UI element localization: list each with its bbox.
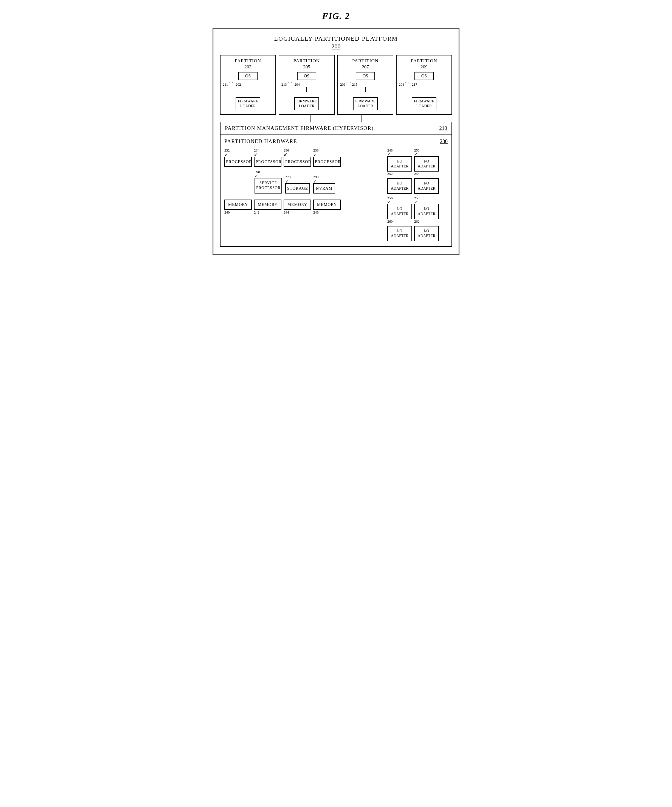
os-box-1: OS [297, 72, 316, 80]
storage-box: STORAGE [285, 183, 310, 194]
io-block-0-left: 248 ↙ I/OADAPTER 252 [387, 148, 412, 176]
firmware-box-2: FIRMWARELOADER [353, 97, 378, 110]
io-block-3-right: I/OADAPTER [414, 226, 439, 241]
memory-row: MEMORY 240 MEMORY 242 MEMORY 244 MEMORY … [224, 199, 384, 215]
io-ref-262: 262 [414, 219, 420, 224]
io-block-1-left: I/OADAPTER [387, 178, 412, 194]
os-ref-3: 208 [399, 82, 404, 87]
io-row-3: I/OADAPTER I/OADAPTER [387, 226, 448, 241]
io-group-2: 256 ↙ I/OADAPTER 260 258 ↙ I/OADAPTER 26… [387, 196, 448, 224]
nvram-block: 298 ↙ NVRAM [313, 175, 335, 193]
nvram-box: NVRAM [313, 183, 335, 194]
partition-205: PARTITION 205 OS 213 ⌒ 204 FIRMWARELOADE… [279, 55, 334, 115]
os-ref-0: 211 [223, 82, 228, 87]
io-block-3-left: I/OADAPTER [387, 226, 412, 241]
partition-number-0: 203 [244, 64, 252, 70]
memory-1: MEMORY [254, 199, 281, 210]
hw-content: 232 ↙ PROCESSOR 234 ↙ PROCESSOR 236 ↙ PR… [224, 148, 448, 241]
service-storage-row: 290 ↙ SERVICEPROCESSOR 270 ↙ STORAGE 298… [255, 169, 384, 194]
processor-row: 232 ↙ PROCESSOR 234 ↙ PROCESSOR 236 ↙ PR… [224, 148, 384, 167]
hw-header: PARTITIONED HARDWARE 230 [224, 138, 448, 144]
processor-3: PROCESSOR [313, 157, 341, 167]
io-ref-254: 254 [414, 171, 420, 176]
storage-curve: ↙ [285, 179, 289, 183]
hw-left: 232 ↙ PROCESSOR 234 ↙ PROCESSOR 236 ↙ PR… [224, 148, 384, 241]
partition-203: PARTITION 203 OS 211 ⌒ 202 FIRMWARELOADE… [220, 55, 276, 115]
fw-ref-1: 204 [295, 82, 300, 87]
os-fw-wrapper-0: OS 211 ⌒ 202 FIRMWARELOADER [223, 72, 273, 110]
io-block-0-right: 250 ↙ I/OADAPTER 254 [414, 148, 439, 176]
proc-curve-3: ↙ [313, 153, 317, 156]
os-box-0: OS [238, 72, 258, 80]
processor-block-0: 232 ↙ PROCESSOR [224, 148, 252, 167]
hw-right: 248 ↙ I/OADAPTER 252 250 ↙ I/OADAPTER 25… [387, 148, 448, 241]
fw-ref-2: 215 [352, 82, 358, 87]
io-box-3l: I/OADAPTER [387, 226, 412, 241]
proc-curve-1: ↙ [254, 153, 258, 156]
partition-label-2: PARTITION [352, 58, 379, 64]
io-curve-2l: ↙ [387, 200, 391, 204]
io-group-3: I/OADAPTER I/OADAPTER [387, 226, 448, 241]
hw-label: PARTITIONED HARDWARE [224, 138, 297, 144]
firmware-box-1: FIRMWARELOADER [294, 97, 319, 110]
firmware-box-3: FIRMWARELOADER [412, 97, 436, 110]
hw-number: 230 [440, 138, 448, 144]
partition-209: PARTITION 209 OS 208 ⌒ 217 FIRMWARELOADE… [396, 55, 452, 115]
io-box-2r: I/OADAPTER [414, 204, 439, 219]
fw-ref-3: 217 [412, 82, 417, 87]
connector-line-2 [361, 115, 362, 123]
partition-207: PARTITION 207 OS 206 ⌒ 215 FIRMWARELOADE… [338, 55, 393, 115]
outer-box: LOGICALLY PARTITIONED PLATFORM 200 PARTI… [213, 28, 459, 255]
nvram-curve: ↙ [313, 179, 317, 183]
memory-ref-1: 242 [254, 210, 260, 215]
io-ref-260: 260 [387, 219, 393, 224]
memory-3: MEMORY [313, 199, 341, 210]
memory-ref-0: 240 [224, 210, 230, 215]
os-ref-1: 213 [281, 82, 287, 87]
hypervisor-label: PARTITION MANAGEMENT FIRMWARE (HYPERVISO… [225, 125, 374, 131]
proc-curve-0: ↙ [224, 153, 228, 156]
memory-ref-3: 246 [313, 210, 319, 215]
firmware-box-0: FIRMWARELOADER [236, 97, 260, 110]
io-block-2-right: 258 ↙ I/OADAPTER 262 [414, 196, 439, 224]
processor-block-1: 234 ↙ PROCESSOR [254, 148, 281, 167]
io-box-2l: I/OADAPTER [387, 204, 412, 219]
vert-connector-2 [365, 87, 366, 92]
processor-2: PROCESSOR [284, 157, 311, 167]
hypervisor-section: PARTITION MANAGEMENT FIRMWARE (HYPERVISO… [220, 123, 452, 134]
processor-0: PROCESSOR [224, 157, 252, 167]
io-box-0l: I/OADAPTER [387, 156, 412, 171]
io-curve-0r: ↙ [414, 153, 417, 156]
storage-block: 270 ↙ STORAGE [285, 175, 310, 193]
processor-block-3: 238 ↙ PROCESSOR [313, 148, 341, 167]
vert-connector-1 [306, 87, 307, 92]
io-ref-252: 252 [387, 171, 393, 176]
os-fw-wrapper-1: OS 213 ⌒ 204 FIRMWARELOADER [281, 72, 332, 110]
io-row-2: 256 ↙ I/OADAPTER 260 258 ↙ I/OADAPTER 26… [387, 196, 448, 224]
proc-curve-2: ↙ [284, 153, 287, 156]
memory-block-1: MEMORY 242 [254, 199, 281, 215]
io-block-1-right: I/OADAPTER [414, 178, 439, 194]
io-box-0r: I/OADAPTER [414, 156, 439, 171]
partition-number-1: 205 [303, 64, 310, 70]
memory-2: MEMORY [284, 199, 311, 210]
memory-0: MEMORY [224, 199, 252, 210]
os-ref-2: 206 [340, 82, 346, 87]
os-box-3: OS [414, 72, 434, 80]
os-fw-wrapper-2: OS 206 ⌒ 215 FIRMWARELOADER [340, 72, 391, 110]
figure-title: FIG. 2 [322, 11, 350, 21]
processor-1: PROCESSOR [254, 157, 281, 167]
io-block-2-left: 256 ↙ I/OADAPTER 260 [387, 196, 412, 224]
fw-ref-0: 202 [236, 82, 241, 87]
os-fw-wrapper-3: OS 208 ⌒ 217 FIRMWARELOADER [399, 72, 449, 110]
os-box-2: OS [356, 72, 375, 80]
memory-block-0: MEMORY 240 [224, 199, 252, 215]
vert-connector-0 [248, 87, 248, 92]
hypervisor-number: 210 [439, 125, 447, 131]
vert-connector-3 [424, 87, 424, 92]
partition-number-2: 207 [362, 64, 369, 70]
connector-line-1 [310, 115, 311, 123]
sp-curve: ↙ [255, 174, 258, 178]
io-row-0: 248 ↙ I/OADAPTER 252 250 ↙ I/OADAPTER 25… [387, 148, 448, 176]
processor-block-2: 236 ↙ PROCESSOR [284, 148, 311, 167]
